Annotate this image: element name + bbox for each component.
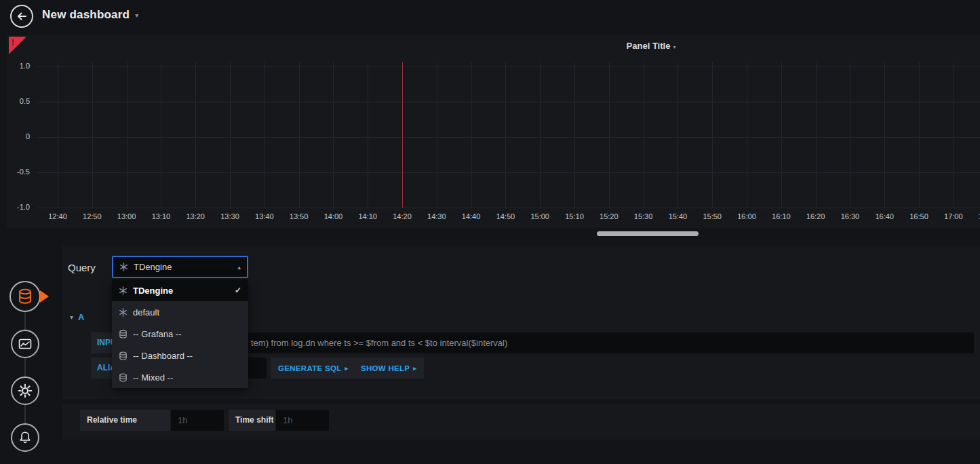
x-axis-tick-label: 15:30 — [627, 212, 661, 220]
back-button[interactable] — [10, 5, 33, 28]
grid-line-vertical — [58, 62, 58, 208]
grid-line-vertical — [505, 62, 506, 208]
datasource-option[interactable]: -- Dashboard -- — [112, 345, 248, 366]
time-shift-input[interactable] — [276, 410, 329, 431]
x-axis-tick-label: 12:40 — [41, 212, 75, 220]
grid-line-vertical — [471, 62, 472, 208]
x-axis-tick-label: 15:00 — [523, 212, 557, 220]
grid-line-vertical — [299, 62, 300, 208]
show-help-label: SHOW HELP — [361, 364, 410, 372]
panel-title: Panel Title — [627, 41, 671, 51]
chevron-down-icon: ▾ — [135, 12, 138, 19]
generate-sql-label: GENERATE SQL — [278, 364, 341, 372]
database-icon — [119, 351, 128, 360]
grid-line-vertical — [92, 62, 93, 208]
grid-line-vertical — [195, 62, 196, 208]
x-axis-tick-label: 16:00 — [730, 212, 764, 220]
x-axis-tick-label: 13:40 — [248, 212, 281, 220]
grid-line-vertical — [264, 62, 265, 208]
datasource-option-label: default — [133, 307, 159, 317]
x-axis-tick-label: 13:10 — [144, 212, 178, 220]
tab-queries[interactable] — [9, 281, 41, 312]
grid-line-vertical — [884, 62, 885, 208]
x-axis-tick-label: 17:10 — [971, 212, 980, 220]
chart-icon — [18, 337, 32, 351]
datasource-option-label: -- Dashboard -- — [133, 351, 193, 361]
active-tab-arrow-icon — [40, 290, 49, 303]
y-axis-tick-label: -0.5 — [0, 168, 30, 176]
panel-error-indicator[interactable]: ! — [9, 37, 26, 54]
database-icon — [119, 373, 128, 382]
query-ref-id: A — [78, 312, 84, 322]
datasource-option[interactable]: -- Grafana -- — [112, 323, 248, 345]
x-axis-tick-label: 15:10 — [557, 212, 591, 220]
panel-header[interactable]: Panel Title▾ — [0, 39, 980, 52]
grid-line-vertical — [781, 62, 782, 208]
caret-right-icon: ▸ — [345, 365, 348, 372]
grid-line-vertical — [127, 62, 128, 208]
y-axis-tick-label: 0 — [0, 132, 30, 140]
y-axis-tick-label: 1.0 — [0, 62, 30, 70]
datasource-option-label: -- Grafana -- — [133, 329, 182, 339]
x-axis-tick-label: 13:50 — [282, 212, 316, 220]
datasource-dropdown-menu: TDengine✓default-- Grafana ---- Dashboar… — [112, 279, 248, 388]
datasource-option[interactable]: default — [112, 301, 248, 323]
grid-line-vertical — [954, 62, 954, 208]
datasource-option[interactable]: TDengine✓ — [112, 279, 248, 301]
page-title: New dashboard — [42, 8, 130, 22]
x-axis-tick-label: 14:30 — [420, 212, 454, 220]
x-axis-tick-label: 14:40 — [454, 212, 488, 220]
tab-general[interactable] — [11, 376, 39, 405]
grid-line-vertical — [230, 62, 231, 208]
x-axis-tick-label: 13:30 — [213, 212, 247, 220]
datasource-selected-value: TDengine — [134, 262, 232, 272]
grid-line-vertical — [712, 62, 713, 208]
x-axis-tick-label: 16:40 — [867, 212, 901, 220]
x-axis-tick-label: 14:20 — [385, 212, 419, 220]
tab-alert[interactable] — [11, 423, 39, 452]
relative-time-label: Relative time — [80, 410, 170, 431]
grid-line-vertical — [919, 62, 920, 208]
x-axis-tick-label: 14:50 — [488, 212, 522, 220]
x-axis-tick-label: 16:10 — [764, 212, 798, 220]
tab-visualization[interactable] — [11, 330, 39, 358]
time-shift-label: Time shift — [229, 410, 275, 431]
datasource-option-label: TDengine — [133, 286, 173, 296]
grid-line-vertical — [850, 62, 850, 208]
grid-line-vertical — [161, 62, 161, 208]
database-icon — [119, 330, 128, 339]
x-axis-tick-label: 14:10 — [351, 212, 385, 220]
grid-line-vertical — [678, 62, 678, 208]
x-axis-tick-label: 16:20 — [799, 212, 833, 220]
y-axis-tick-label: -1.0 — [0, 203, 30, 211]
grid-line-vertical — [609, 62, 610, 208]
sql-query-input[interactable]: tem) from log.dn where ts >= $from and t… — [152, 332, 974, 353]
relative-time-input[interactable] — [171, 410, 224, 431]
check-icon: ✓ — [235, 286, 241, 295]
generate-sql-button[interactable]: GENERATE SQL ▸ — [271, 357, 355, 379]
tab-rail-connector — [24, 296, 26, 438]
database-icon — [18, 288, 33, 305]
query-section-label: Query — [68, 262, 96, 273]
grid-line-horizontal — [37, 208, 980, 208]
dashboard-title-menu[interactable]: New dashboard ▾ — [42, 8, 138, 22]
grid-line-vertical — [540, 62, 541, 208]
caret-right-icon: ▸ — [413, 365, 416, 372]
grid-line-vertical — [644, 62, 644, 208]
show-help-button[interactable]: SHOW HELP ▸ — [353, 357, 424, 379]
y-axis-tick-label: 0.5 — [0, 97, 30, 105]
datasource-select[interactable]: TDengine ▴ — [112, 256, 248, 278]
x-axis-tick-label: 13:00 — [110, 212, 144, 220]
query-row-header[interactable]: ▾ A — [70, 312, 84, 322]
grid-line-vertical — [368, 62, 368, 208]
grid-line-vertical — [816, 62, 817, 208]
x-axis-tick-label: 15:50 — [695, 212, 729, 220]
x-axis-tick-label: 16:30 — [833, 212, 867, 220]
grid-line-vertical — [574, 62, 575, 208]
x-axis-tick-label: 14:00 — [316, 212, 350, 220]
datasource-option[interactable]: -- Mixed -- — [112, 366, 248, 388]
horizontal-scrollbar[interactable] — [597, 231, 699, 236]
x-axis-tick-label: 12:50 — [75, 212, 109, 220]
grid-line-vertical — [437, 62, 437, 208]
x-axis-tick-label: 17:00 — [937, 212, 971, 220]
